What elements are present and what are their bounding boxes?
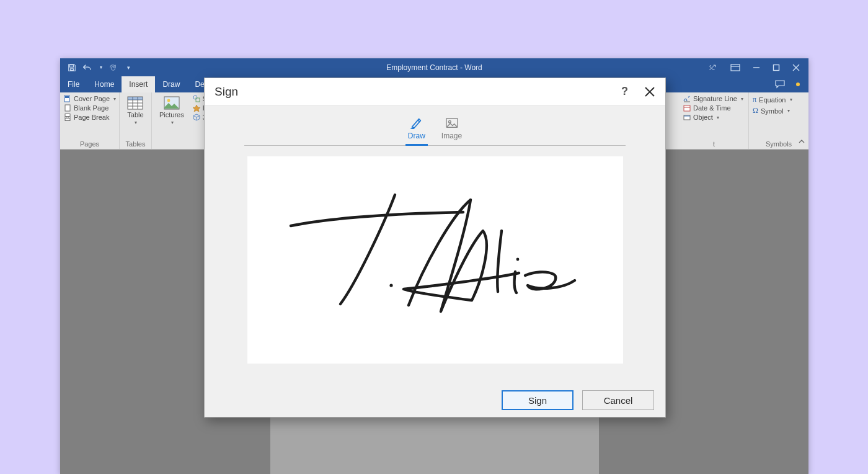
signature-canvas-wrap [205,145,665,383]
tab-draw-label: Draw [408,132,425,140]
svg-point-29 [516,258,519,261]
tab-image-label: Image [441,132,462,140]
tab-image[interactable]: Image [441,117,462,145]
cancel-button[interactable]: Cancel [582,390,654,410]
close-button[interactable] [644,86,655,97]
image-icon [445,117,459,129]
close-icon [644,86,655,97]
dialog-title: Sign [215,85,238,99]
signature-stroke [247,156,623,364]
pen-draw-icon [410,117,423,129]
svg-point-28 [389,284,392,287]
dialog-footer: Sign Cancel [205,383,665,417]
signature-canvas[interactable] [247,156,623,364]
sign-dialog: Sign ? Draw [204,78,666,418]
dialog-header: Sign ? [205,78,665,105]
dialog-tabs: Draw Image [205,105,665,145]
sign-button-label: Sign [528,395,547,406]
sign-button[interactable]: Sign [502,390,574,410]
cancel-button-label: Cancel [604,395,633,406]
tab-draw[interactable]: Draw [408,117,425,145]
svg-point-27 [448,120,451,123]
help-button[interactable]: ? [621,85,628,98]
